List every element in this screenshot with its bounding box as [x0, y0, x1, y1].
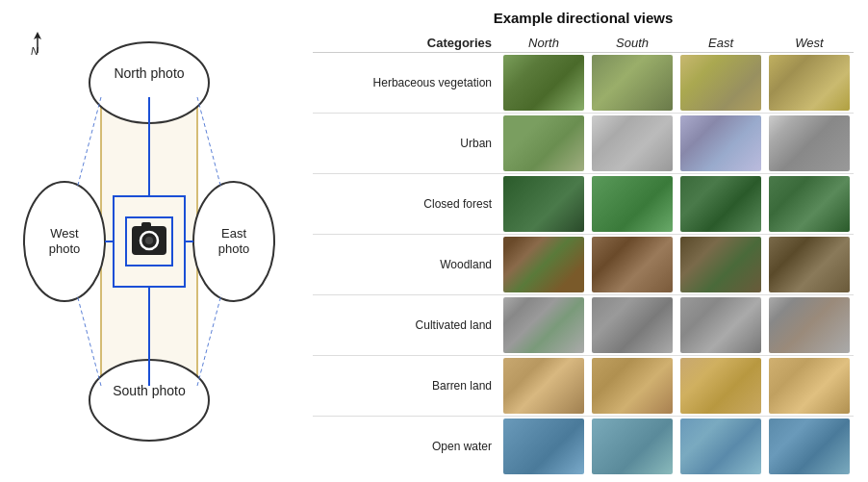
categories-table: Categories North South East West Herbace…: [313, 34, 854, 476]
photo-cell-wood-south: [588, 235, 677, 295]
south-column-header: South: [588, 34, 677, 53]
diagram-panel: N: [0, 0, 298, 482]
photo-cell-cf-north: [499, 174, 588, 235]
category-label: Open water: [313, 417, 499, 477]
photo-cell-cf-west: [765, 174, 854, 235]
photo-cell-cult-north: [499, 295, 588, 356]
category-label: Barren land: [313, 356, 499, 417]
category-label: Woodland: [313, 235, 499, 295]
photo-cell-herb-west: [765, 53, 854, 114]
photo-cell-barren-north: [499, 356, 588, 417]
photo-cell-cult-south: [588, 295, 677, 356]
svg-text:East: East: [221, 226, 246, 241]
photo-cell-wood-west: [765, 235, 854, 295]
svg-line-8: [77, 97, 101, 189]
svg-text:North photo: North photo: [114, 65, 184, 81]
category-label: Cultivated land: [313, 295, 499, 356]
svg-line-11: [197, 294, 221, 386]
category-label: Urban: [313, 114, 499, 174]
photo-cell-cf-east: [677, 174, 765, 235]
photo-cell-cult-west: [765, 295, 854, 356]
photo-cell-urban-north: [499, 114, 588, 174]
photo-cell-wood-north: [499, 235, 588, 295]
table-row: Barren land: [313, 356, 854, 417]
photo-cell-herb-south: [588, 53, 677, 114]
west-column-header: West: [765, 34, 854, 53]
photo-cell-barren-south: [588, 356, 677, 417]
photo-cell-cult-east: [677, 295, 765, 356]
table-row: Open water: [313, 417, 854, 477]
table-row: Closed forest: [313, 174, 854, 235]
categories-column-header: Categories: [313, 34, 499, 53]
photo-cell-wood-east: [677, 235, 765, 295]
photo-cell-water-south: [588, 417, 677, 477]
photo-cell-water-west: [765, 417, 854, 477]
svg-line-10: [77, 294, 101, 386]
photo-cell-water-east: [677, 417, 765, 477]
category-label: Closed forest: [313, 174, 499, 235]
svg-rect-20: [141, 222, 151, 228]
svg-line-9: [197, 97, 221, 189]
right-panel: Example directional views Categories Nor…: [298, 0, 868, 482]
table-row: Woodland: [313, 235, 854, 295]
photo-cell-cf-south: [588, 174, 677, 235]
north-column-header: North: [499, 34, 588, 53]
diagram-svg: North photo South photo West photo East …: [14, 20, 284, 463]
photo-cell-urban-south: [588, 114, 677, 174]
table-row: Herbaceous vegetation: [313, 53, 854, 114]
table-row: Cultivated land: [313, 295, 854, 356]
photo-cell-water-north: [499, 417, 588, 477]
photo-cell-herb-east: [677, 53, 765, 114]
svg-text:West: West: [50, 226, 79, 241]
photo-cell-barren-west: [765, 356, 854, 417]
photo-cell-urban-west: [765, 114, 854, 174]
svg-text:photo: photo: [218, 241, 250, 256]
diagram-container: N: [14, 20, 284, 463]
photo-cell-barren-east: [677, 356, 765, 417]
svg-point-21: [145, 237, 153, 244]
category-label: Herbaceous vegetation: [313, 53, 499, 114]
east-column-header: East: [677, 34, 765, 53]
svg-text:photo: photo: [49, 241, 81, 256]
svg-text:South photo: South photo: [113, 383, 186, 398]
table-row: Urban: [313, 114, 854, 174]
photo-cell-herb-north: [499, 53, 588, 114]
right-panel-title: Example directional views: [313, 10, 854, 26]
photo-cell-urban-east: [677, 114, 765, 174]
